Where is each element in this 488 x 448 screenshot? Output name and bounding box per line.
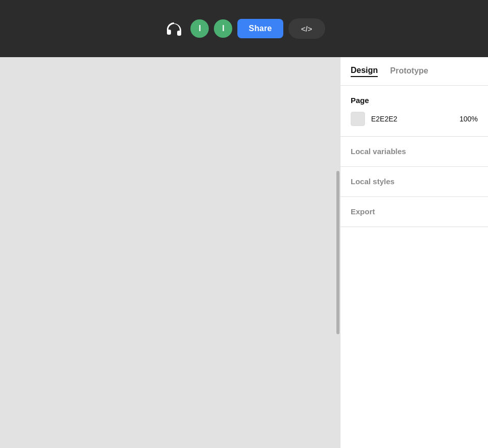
local-variables-section[interactable]: Local variables	[340, 137, 488, 167]
main-area: Design Prototype Page E2E2E2 100% Local …	[0, 57, 488, 448]
headphone-icon[interactable]	[163, 17, 185, 40]
export-title: Export	[351, 207, 375, 216]
topbar: I I Share </>	[0, 0, 488, 57]
page-color-label: E2E2E2	[371, 115, 453, 123]
avatar-2[interactable]: I	[214, 19, 232, 38]
canvas-scrollbar-thumb	[336, 171, 339, 334]
export-section[interactable]: Export	[340, 197, 488, 227]
right-panel: Design Prototype Page E2E2E2 100% Local …	[340, 57, 488, 448]
page-opacity-label: 100%	[459, 115, 478, 123]
tab-prototype[interactable]: Prototype	[390, 66, 428, 77]
page-color-row: E2E2E2 100%	[351, 112, 478, 126]
local-variables-title: Local variables	[351, 147, 406, 156]
page-color-swatch[interactable]	[351, 112, 365, 126]
local-styles-title: Local styles	[351, 177, 395, 186]
local-styles-section[interactable]: Local styles	[340, 167, 488, 197]
canvas[interactable]	[0, 57, 340, 448]
share-button[interactable]: Share	[237, 19, 283, 38]
page-section: Page E2E2E2 100%	[340, 86, 488, 137]
code-icon: </>	[301, 24, 312, 33]
panel-tabs: Design Prototype	[340, 57, 488, 86]
avatar-1[interactable]: I	[190, 19, 209, 38]
tab-design[interactable]: Design	[351, 66, 378, 77]
canvas-scrollbar[interactable]	[336, 57, 340, 448]
code-button[interactable]: </>	[288, 18, 325, 39]
page-section-title: Page	[351, 96, 478, 105]
topbar-center: I I Share </>	[163, 17, 325, 40]
